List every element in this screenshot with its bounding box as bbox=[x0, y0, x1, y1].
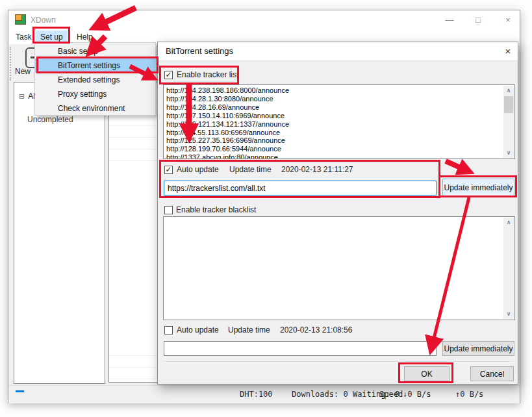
setup-dropdown-menu: Basic setup BitTorrent settings Extended… bbox=[34, 42, 156, 116]
dialog-title: BitTorrent settings bbox=[166, 46, 233, 56]
screen: XDown — □ × Task Set up Help New ⊟All Un… bbox=[0, 0, 532, 417]
annotation-box-auto-update bbox=[159, 160, 440, 198]
scrollbar[interactable]: ∧ ∨ bbox=[503, 218, 514, 319]
enable-tracker-blacklist-checkbox[interactable] bbox=[164, 206, 173, 214]
enable-tracker-blacklist-label: Enable tracker blacklist bbox=[176, 205, 256, 214]
blacklist-auto-update-label: Auto update bbox=[177, 325, 219, 335]
status-speed-down: Speed↓0 B/s bbox=[379, 390, 431, 399]
cancel-button[interactable]: Cancel bbox=[470, 366, 514, 381]
scroll-up-icon[interactable]: ∧ bbox=[503, 218, 514, 227]
task-list-panel bbox=[108, 82, 158, 383]
menu-item-extended-settings[interactable]: Extended settings bbox=[35, 73, 155, 87]
scroll-up-icon[interactable]: ∧ bbox=[503, 86, 514, 95]
tracker-url: http://109.121.134.121:1337/announce bbox=[166, 120, 514, 129]
annotation-box-setup bbox=[32, 27, 70, 44]
scroll-down-icon[interactable]: ∨ bbox=[503, 148, 514, 158]
tracker-url: http://128.199.70.66:5944/announce bbox=[166, 145, 514, 153]
new-task-label: New bbox=[15, 67, 31, 76]
dialog-title-bar: BitTorrent settings × bbox=[158, 42, 518, 61]
tracker-url: http://1337.abcvg.info:80/announce bbox=[166, 153, 514, 159]
menu-item-check-environment[interactable]: Check environment bbox=[35, 101, 155, 116]
tracker-url: http://125.227.35.196:6969/announce bbox=[166, 136, 514, 145]
status-speed-up: ↑0 B/s bbox=[455, 390, 483, 399]
blacklist-update-time-value: 2020-02-13 21:08:56 bbox=[280, 325, 352, 335]
tracker-url: http://114.55.113.60:6969/announce bbox=[166, 129, 514, 137]
status-dht: DHT:100 bbox=[240, 390, 273, 399]
blacklist-update-immediately-button[interactable]: Update immediately bbox=[442, 341, 514, 356]
tracker-blacklist-textarea[interactable]: ∧ ∨ bbox=[163, 216, 515, 320]
tracker-url: http://107.150.14.110:6969/announce bbox=[166, 112, 514, 120]
bittorrent-settings-dialog: BitTorrent settings × Enable tracker lis… bbox=[157, 42, 518, 385]
blacklist-auto-update-checkbox[interactable] bbox=[164, 326, 173, 335]
menu-item-proxy-settings[interactable]: Proxy settings bbox=[35, 87, 155, 101]
app-icon bbox=[15, 14, 26, 25]
tree-node-uncompleted[interactable]: Uncompleted bbox=[27, 115, 73, 124]
title-bar: XDown — □ × bbox=[8, 10, 520, 30]
scrollbar[interactable]: ∧ ∨ bbox=[503, 86, 514, 158]
annotation-box-bittorrent-settings bbox=[36, 57, 158, 73]
annotation-box-update-immediately bbox=[438, 175, 517, 197]
tracker-url: http://104.238.198.186:8000/announce bbox=[166, 86, 514, 95]
tree-expander-icon[interactable]: ⊟ bbox=[19, 92, 25, 100]
tracker-url: http://104.28.1.30:8080/announce bbox=[166, 95, 514, 103]
selection-dash bbox=[16, 390, 24, 392]
minimize-icon[interactable]: — bbox=[442, 14, 457, 26]
maximize-icon[interactable]: □ bbox=[471, 14, 485, 26]
annotation-box-ok bbox=[398, 362, 453, 383]
tracker-url-list[interactable]: ∧ ∨ http://104.238.198.186:8000/announce… bbox=[163, 84, 515, 159]
blacklist-update-time-label: Update time bbox=[228, 325, 270, 335]
tree-node-label: Uncompleted bbox=[27, 115, 73, 124]
scroll-down-icon[interactable]: ∨ bbox=[503, 309, 514, 319]
status-bar: DHT:100 Downloads: 0 Waiting: 0 Speed↓0 … bbox=[8, 385, 520, 403]
separator bbox=[163, 361, 514, 362]
toolbar-gripper bbox=[10, 47, 11, 81]
window-title: XDown bbox=[31, 16, 56, 25]
annotation-box-enable-tracker-list bbox=[159, 66, 239, 84]
dialog-close-icon[interactable]: × bbox=[501, 45, 515, 58]
tracker-url: http://104.28.16.69/announce bbox=[166, 103, 514, 112]
task-tree-panel: ⊟All Uncompleted bbox=[14, 82, 105, 384]
blacklist-source-url-input[interactable] bbox=[164, 341, 437, 356]
menu-help[interactable]: Help bbox=[72, 31, 97, 44]
close-icon[interactable]: × bbox=[501, 14, 515, 26]
scroll-thumb[interactable] bbox=[504, 96, 513, 113]
